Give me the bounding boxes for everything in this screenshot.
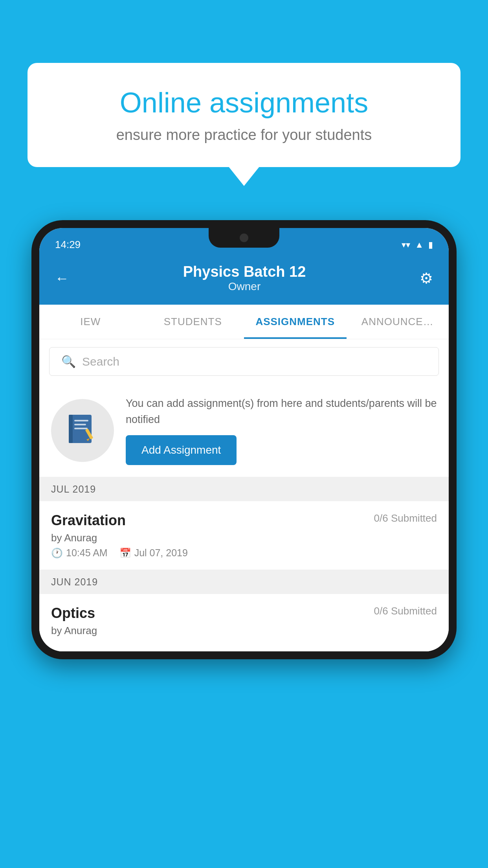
search-icon: 🔍 [61, 355, 76, 368]
settings-icon[interactable]: ⚙ [420, 270, 433, 287]
svg-rect-1 [69, 415, 73, 443]
svg-rect-3 [74, 424, 86, 425]
optics-assignment-header: Optics 0/6 Submitted [51, 605, 437, 622]
phone-frame: 14:29 ▾▾ ▲ ▮ ← Physics Batch 12 Owner ⚙ [31, 220, 457, 659]
assignment-author: by Anurag [51, 532, 437, 544]
optics-title: Optics [51, 605, 95, 622]
status-icons: ▾▾ ▲ ▮ [402, 240, 433, 250]
assignment-meta: 🕐 10:45 AM 📅 Jul 07, 2019 [51, 547, 437, 559]
svg-rect-2 [74, 420, 88, 421]
tab-assignments[interactable]: ASSIGNMENTS [244, 305, 347, 339]
camera-dot [240, 234, 248, 242]
battery-icon: ▮ [428, 240, 433, 250]
promo-section: You can add assignment(s) from here and … [39, 384, 449, 477]
header-center: Physics Batch 12 Owner [183, 263, 306, 293]
tab-announcements[interactable]: ANNOUNCE… [347, 305, 449, 339]
speech-bubble-subtitle: ensure more practice for your students [55, 127, 433, 143]
batch-role: Owner [183, 280, 306, 293]
clock-icon: 🕐 [51, 548, 63, 559]
search-placeholder: Search [82, 355, 119, 368]
tab-bar: IEW STUDENTS ASSIGNMENTS ANNOUNCE… [39, 305, 449, 339]
promo-icon-circle [51, 399, 114, 462]
promo-content: You can add assignment(s) from here and … [126, 395, 437, 465]
tab-students[interactable]: STUDENTS [142, 305, 244, 339]
calendar-icon: 📅 [119, 548, 131, 559]
assignment-header: Gravitation 0/6 Submitted [51, 512, 437, 529]
app-header: ← Physics Batch 12 Owner ⚙ [39, 256, 449, 305]
month-separator-jun: JUN 2019 [39, 570, 449, 594]
signal-icon: ▲ [415, 240, 424, 250]
optics-author: by Anurag [51, 625, 437, 637]
assignment-item-optics[interactable]: Optics 0/6 Submitted by Anurag [39, 594, 449, 651]
speech-bubble: Online assignments ensure more practice … [28, 63, 460, 167]
promo-text: You can add assignment(s) from here and … [126, 395, 437, 427]
speech-bubble-title: Online assignments [55, 86, 433, 119]
batch-title: Physics Batch 12 [183, 263, 306, 280]
search-container: 🔍 Search [39, 339, 449, 384]
svg-rect-4 [74, 428, 88, 429]
notebook-icon [65, 413, 100, 448]
assignment-date: 📅 Jul 07, 2019 [119, 547, 188, 559]
speech-bubble-container: Online assignments ensure more practice … [28, 63, 460, 167]
tab-iew[interactable]: IEW [39, 305, 142, 339]
add-assignment-button[interactable]: Add Assignment [126, 435, 237, 465]
phone-screen: 14:29 ▾▾ ▲ ▮ ← Physics Batch 12 Owner ⚙ [39, 228, 449, 651]
assignment-item-gravitation[interactable]: Gravitation 0/6 Submitted by Anurag 🕐 10… [39, 501, 449, 570]
back-button[interactable]: ← [55, 270, 69, 287]
assignment-submitted: 0/6 Submitted [374, 512, 437, 524]
phone-wrapper: 14:29 ▾▾ ▲ ▮ ← Physics Batch 12 Owner ⚙ [31, 220, 457, 659]
search-box[interactable]: 🔍 Search [49, 347, 439, 376]
assignment-title: Gravitation [51, 512, 126, 529]
wifi-icon: ▾▾ [402, 240, 410, 250]
optics-submitted: 0/6 Submitted [374, 605, 437, 617]
assignment-time: 🕐 10:45 AM [51, 547, 108, 559]
phone-notch [209, 228, 279, 248]
month-separator-jul: JUL 2019 [39, 477, 449, 501]
